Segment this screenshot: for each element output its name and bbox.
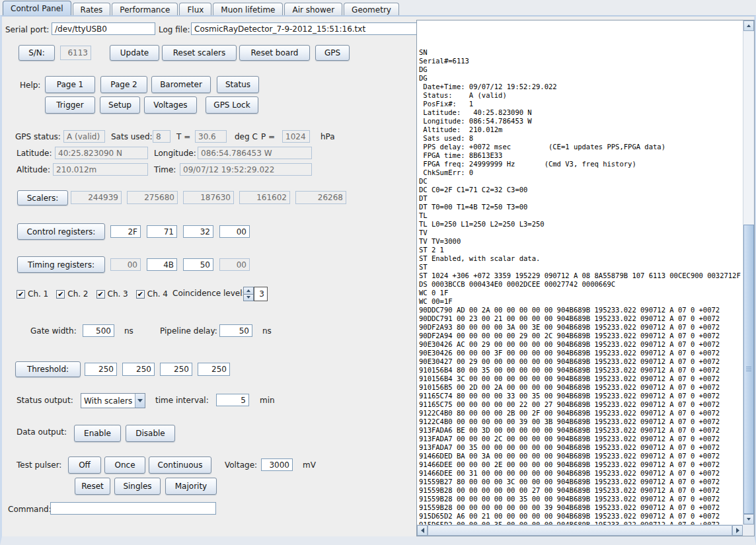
channel-checkbox-item[interactable]: ✔ Ch. 3	[96, 289, 128, 299]
status-output-combo[interactable]: With scalers	[81, 393, 145, 408]
control-register-1-field[interactable]: 71	[147, 225, 177, 238]
tab-performance[interactable]: Performance	[112, 3, 178, 16]
help-gps-lock-button[interactable]: GPS Lock	[206, 96, 258, 114]
channel-checkbox-item[interactable]: ✔ Ch. 1	[17, 289, 48, 299]
log-line: 90DDC790 AD 00 2A 00 00 00 00 00 904B689…	[419, 306, 743, 314]
time-label: Time:	[154, 165, 176, 174]
test-pulser-once-button[interactable]: Once	[104, 456, 145, 474]
gate-width-field[interactable]: 500	[83, 324, 114, 337]
log-line: 910156B5 00 2D 00 2A 00 00 00 00 904B689…	[419, 383, 743, 392]
threshold-value-field[interactable]: 250	[160, 363, 192, 376]
spinner-buttons[interactable]	[243, 287, 254, 301]
gps-status-field: A (valid)	[63, 130, 105, 143]
horizontal-scrollbar[interactable]	[417, 525, 743, 536]
control-panel-window: Control Panel Rates Performance Flux Muo…	[0, 0, 756, 545]
tab-air-shower[interactable]: Air shower	[284, 3, 342, 16]
control-registers-button[interactable]: Control registers:	[17, 223, 105, 240]
threshold-value-field[interactable]: 250	[122, 363, 155, 376]
log-line: SN	[419, 48, 743, 57]
help-label: Help:	[20, 81, 40, 90]
log-line: DS 0003BCCB 000434E0 0002DCEE 00027742 0…	[419, 280, 743, 289]
coincidence-spinner[interactable]: 3	[243, 287, 268, 301]
channel-checkbox-item[interactable]: ✔ Ch. 2	[56, 289, 88, 299]
latitude-field: 40:25.823090 N	[55, 147, 148, 159]
channel-checkbox[interactable]: ✔	[136, 290, 145, 299]
reset-board-button[interactable]: Reset board	[239, 45, 310, 61]
help-setup-button[interactable]: Setup	[100, 96, 140, 114]
log-file-input[interactable]: CosmicRayDetector_7-9-2012_15:51:16.txt	[191, 22, 421, 35]
help-barometer-button[interactable]: Barometer	[151, 76, 211, 93]
latitude-label: Latitude:	[17, 149, 52, 158]
log-line: ST	[419, 263, 743, 272]
help-trigger-button[interactable]: Trigger	[45, 96, 95, 114]
log-line: 91165C74 80 00 00 00 33 00 35 00 904B689…	[419, 392, 743, 400]
voltage-field[interactable]: 3000	[261, 458, 293, 471]
pipeline-delay-field[interactable]: 50	[219, 324, 252, 337]
scalers-button[interactable]: Scalers:	[17, 190, 68, 205]
control-register-0-field[interactable]: 2F	[110, 225, 141, 238]
help-page2-button[interactable]: Page 2	[100, 76, 147, 93]
data-output-disable-button[interactable]: Disable	[126, 425, 175, 442]
channel-checkbox[interactable]: ✔	[17, 290, 25, 299]
altitude-field: 210.012m	[53, 163, 148, 176]
scroll-left-icon	[421, 528, 424, 533]
log-line: FPGA freq: 24999999 Hz (Cmd V3, freq his…	[419, 160, 743, 168]
reset-scalers-button[interactable]: Reset scalers	[162, 45, 237, 61]
threshold-button[interactable]: Threshold:	[15, 361, 81, 377]
timing-register-2-field[interactable]: 50	[183, 258, 213, 271]
tab-rates[interactable]: Rates	[73, 3, 111, 16]
tab-muon-lifetime[interactable]: Muon lifetime	[213, 3, 283, 16]
scroll-up-button[interactable]	[743, 20, 754, 31]
threshold-value-field[interactable]: 250	[198, 363, 230, 376]
spinner-down-button[interactable]	[243, 295, 254, 302]
test-pulser-continuous-button[interactable]: Continuous	[149, 456, 211, 474]
log-text-area[interactable]: SNSerial#=6113DGDG Date+Time: 09/07/12 1…	[417, 20, 743, 525]
timing-register-1-field[interactable]: 4B	[147, 258, 177, 271]
channel-checkbox[interactable]: ✔	[56, 290, 65, 299]
vertical-scrollbar-thumb[interactable]	[743, 225, 754, 514]
coincidence-level-value[interactable]: 3	[254, 287, 268, 301]
horizontal-scrollbar-thumb[interactable]	[428, 525, 732, 536]
log-line: 90DF2A94 00 00 00 00 00 29 00 2C 904B689…	[419, 332, 743, 340]
tab-flux[interactable]: Flux	[179, 3, 211, 16]
tab-control-panel[interactable]: Control Panel	[3, 1, 71, 16]
timing-registers-button[interactable]: Timing registers:	[17, 256, 105, 273]
help-page1-button[interactable]: Page 1	[45, 76, 95, 93]
command-input[interactable]	[50, 502, 216, 515]
channel-checkbox[interactable]: ✔	[96, 290, 105, 299]
log-line: Date+Time: 09/07/12 19:52:29.022	[419, 83, 743, 91]
scroll-down-button[interactable]	[743, 514, 754, 525]
combo-dropdown-button[interactable]	[135, 394, 145, 408]
scroll-left-button[interactable]	[417, 525, 428, 536]
help-voltages-button[interactable]: Voltages	[144, 96, 197, 114]
log-line: 91466DEE 00 00 00 2E 00 00 00 00 904B689…	[419, 460, 743, 469]
log-line: FPGA time: 8B613E33	[419, 151, 743, 160]
sn-button[interactable]: S/N:	[19, 45, 55, 61]
time-interval-field[interactable]: 5	[216, 394, 249, 406]
control-register-3-field[interactable]: 00	[219, 225, 250, 238]
hpa-unit-label: hPa	[321, 132, 335, 141]
log-line: PPS delay: +0072 msec (CE=1 updates PPS,…	[419, 143, 743, 151]
update-button[interactable]: Update	[110, 45, 159, 61]
control-register-2-field[interactable]: 32	[183, 225, 213, 238]
test-pulser-reset-button[interactable]: Reset	[75, 478, 110, 495]
vertical-scrollbar[interactable]	[743, 20, 754, 525]
test-pulser-majority-button[interactable]: Majority	[165, 478, 217, 495]
spinner-up-button[interactable]	[243, 287, 254, 295]
scroll-right-button[interactable]	[732, 525, 743, 536]
threshold-value-field[interactable]: 250	[85, 363, 117, 376]
data-output-enable-button[interactable]: Enable	[74, 425, 121, 442]
test-pulser-off-button[interactable]: Off	[68, 456, 101, 474]
gps-button[interactable]: GPS	[315, 45, 350, 61]
log-line: ChkSumErr: 0	[419, 168, 743, 177]
channel-checkbox-item[interactable]: ✔ Ch. 4	[136, 289, 168, 299]
help-status-button[interactable]: Status	[217, 76, 259, 93]
serial-port-input[interactable]: /dev/ttyUSB0	[52, 22, 155, 35]
gps-status-label: GPS status:	[15, 132, 61, 141]
log-line: 91466DED BA 00 3A 00 00 00 00 00 904B689…	[419, 452, 743, 460]
log-line: DT	[419, 194, 743, 203]
test-pulser-singles-button[interactable]: Singles	[114, 478, 161, 495]
log-line: TL	[419, 211, 743, 220]
tab-geometry[interactable]: Geometry	[344, 3, 399, 16]
pipeline-delay-label: Pipeline delay:	[160, 326, 217, 336]
